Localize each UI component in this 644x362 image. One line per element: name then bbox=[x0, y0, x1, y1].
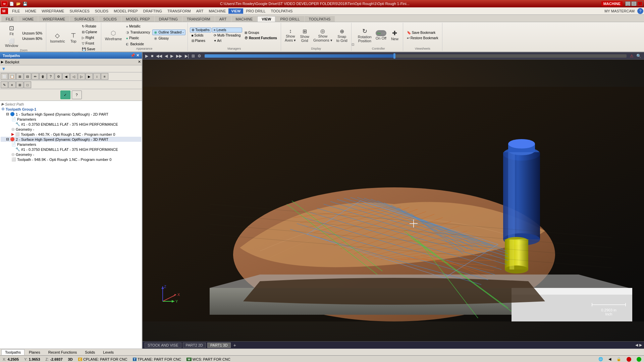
help-btn[interactable]: ? bbox=[72, 90, 82, 99]
metallic-btn[interactable]: ● Metallic bbox=[124, 24, 152, 29]
menu-surfaces[interactable]: SURFACES bbox=[67, 8, 92, 14]
new-btn[interactable]: ✚ New bbox=[389, 28, 401, 42]
show-gnomons-btn[interactable]: ◎ Show Gnomons ▾ bbox=[312, 27, 334, 44]
unzoom50-btn[interactable]: Unzoom 50% bbox=[20, 31, 44, 36]
tp-btn-6[interactable]: 🗑 bbox=[39, 73, 47, 80]
tab-surfaces[interactable]: SURFACES bbox=[70, 16, 98, 22]
toolpaths-mgr-btn[interactable]: ⚙ Toolpaths bbox=[190, 27, 211, 33]
menu-machine[interactable]: MACHINE bbox=[206, 8, 229, 14]
end-btn[interactable]: ▶| bbox=[184, 54, 190, 58]
tp-btn-5[interactable]: ✏ bbox=[32, 73, 39, 80]
tree-item-op2[interactable]: ⊟ 🔴 2 - Surface High Speed (Dynamic OptR… bbox=[1, 137, 141, 142]
tree-item-op1-params[interactable]: 📄 Parameters bbox=[1, 117, 141, 122]
timeline-cursor[interactable] bbox=[393, 53, 395, 59]
panel-close-btn[interactable]: ✕ bbox=[136, 53, 139, 58]
tab-modelprep[interactable]: MODEL PREP bbox=[121, 16, 154, 22]
show-grid-btn[interactable]: ⊞ Show Grid bbox=[298, 27, 311, 44]
menu-art[interactable]: ART bbox=[194, 8, 206, 14]
expand-status[interactable]: ◀ bbox=[608, 357, 611, 361]
fit-btn[interactable]: ⊡ Fit bbox=[3, 23, 20, 37]
world-icon[interactable]: 🌐 bbox=[598, 357, 603, 361]
backside-btn[interactable]: ◐ Backside bbox=[124, 41, 152, 47]
planes-mgr-btn[interactable]: ⊟ Planes bbox=[190, 38, 211, 43]
tab-transform[interactable]: TRANSFORM bbox=[182, 16, 215, 22]
viewport-scroll-left[interactable]: ◀ bbox=[635, 343, 638, 347]
menu-solids[interactable]: SOLIDS bbox=[92, 8, 111, 14]
qa-open[interactable]: 📂 bbox=[15, 2, 21, 6]
tp-btn-15[interactable]: ✎ bbox=[1, 81, 8, 88]
snap-to-grid-btn[interactable]: ⊕ Snap to Grid bbox=[335, 27, 349, 44]
tab-recent-functions[interactable]: Recent Functions bbox=[45, 349, 81, 355]
fastfwd-btn[interactable]: ▶▶ bbox=[175, 54, 183, 58]
menu-modelprep[interactable]: MODEL PREP bbox=[111, 8, 141, 14]
art-mgr-btn[interactable]: ✦ Art bbox=[212, 38, 242, 43]
tp-btn-13[interactable]: ↕ bbox=[93, 73, 101, 80]
stop-btn[interactable]: ■ bbox=[150, 54, 154, 58]
part1-3d-tab[interactable]: PART1 3D bbox=[207, 343, 231, 348]
tree-item-op2-params[interactable]: 📄 Parameters bbox=[1, 142, 141, 147]
menu-wireframe[interactable]: WIREFRAME bbox=[39, 8, 67, 14]
toolpath-tree[interactable]: ▶ Select Path ⚙ Toolpath Group-1 ⊟ 🔵 1 -… bbox=[0, 101, 142, 349]
close-btn[interactable]: ✕ bbox=[637, 1, 643, 6]
tp-btn-18[interactable]: □ bbox=[24, 81, 31, 88]
tp-btn-2[interactable]: 📋 bbox=[8, 73, 16, 80]
tp-btn-1[interactable]: ⬜ bbox=[1, 73, 8, 80]
tree-item-op2-tp[interactable]: ⬜ Toolpath - 948.9K - Opti Rough 1.NC - … bbox=[1, 157, 141, 162]
tp-btn-17[interactable]: ⊞ bbox=[16, 81, 23, 88]
viewport-scroll-right[interactable]: ▶ bbox=[639, 343, 642, 347]
tab-machine[interactable]: MACHINE bbox=[231, 16, 257, 22]
unzoom80-btn[interactable]: Unzoom 80% bbox=[20, 36, 44, 41]
recent-functions-btn[interactable]: ⏱ Recent Functions bbox=[243, 36, 279, 41]
tree-item-op1-geo[interactable]: ◎ Geometry - bbox=[1, 127, 141, 132]
tab-view[interactable]: VIEW bbox=[257, 16, 275, 22]
outline-shaded-btn[interactable]: ◉ Outline Shaded - bbox=[152, 29, 185, 35]
tp-btn-9[interactable]: ◀ bbox=[62, 73, 70, 80]
tree-item-group1[interactable]: ⚙ Toolpath Group-1 bbox=[1, 107, 141, 112]
tab-wireframe[interactable]: WIREFRAME bbox=[38, 16, 69, 22]
save-bookmark-btn[interactable]: 🔖 Save Bookmark bbox=[405, 30, 440, 35]
menu-file[interactable]: FILE bbox=[9, 8, 22, 14]
front-btn[interactable]: ▽ Front bbox=[80, 41, 99, 46]
right-btn[interactable]: ▷ Right bbox=[80, 35, 99, 40]
onoff-btn[interactable]: On Off On Off bbox=[374, 29, 388, 41]
rotate-btn[interactable]: ↻ Rotate bbox=[80, 23, 99, 29]
zoom-icon[interactable]: 🔍 bbox=[636, 54, 642, 58]
solids-mgr-btn[interactable]: ■ Solids bbox=[190, 33, 211, 38]
tab-planes[interactable]: Planes bbox=[25, 349, 44, 355]
tp-btn-3[interactable]: ⊞ bbox=[16, 73, 23, 80]
tree-item-group-header[interactable]: ▶ Select Path bbox=[1, 102, 141, 107]
glossy-btn[interactable]: ◉ Glossy bbox=[152, 36, 185, 41]
menu-view[interactable]: VIEW bbox=[228, 8, 243, 14]
menu-transform[interactable]: TRANSFORM bbox=[165, 8, 194, 14]
tab-toolpaths[interactable]: TOOLPATHS bbox=[305, 16, 335, 22]
translucency-btn[interactable]: ◑ Translucency bbox=[124, 29, 152, 35]
ok-btn[interactable]: ✓ bbox=[60, 90, 70, 99]
tp-btn-14[interactable]: ≡ bbox=[101, 73, 108, 80]
3d-scene[interactable]: X Y Z 0.2903 in Inch bbox=[143, 60, 644, 349]
tree-item-op2-geo[interactable]: ◎ Geometry - bbox=[1, 152, 141, 157]
tab-toolpaths[interactable]: Toolpaths bbox=[1, 349, 24, 355]
viewport[interactable]: ▶ ■ ◀◀ ◀ ▶ ▶▶ ▶| ⊞ ⚙ ⚠ 🔍 bbox=[143, 52, 644, 349]
grid-expand-btn[interactable]: ⊡ bbox=[352, 43, 354, 46]
expand-icon[interactable]: ⚠ bbox=[629, 54, 634, 58]
add-viewport-btn[interactable]: + bbox=[232, 343, 237, 348]
tree-item-op1[interactable]: ⊟ 🔵 1 - Surface High Speed (Dynamic OptR… bbox=[1, 112, 141, 117]
tp-btn-10[interactable]: ◁ bbox=[70, 73, 77, 80]
cplane-btn[interactable]: ⊟ Cplane bbox=[80, 29, 99, 35]
rewind-btn[interactable]: ◀◀ bbox=[155, 54, 163, 58]
back-btn[interactable]: ◀ bbox=[164, 54, 168, 58]
tab-home[interactable]: HOME bbox=[18, 16, 38, 22]
save-view-btn[interactable]: 💾 Save bbox=[80, 46, 99, 52]
top-btn[interactable]: ⊤ Top bbox=[67, 31, 79, 44]
more-btn[interactable]: ⊞ bbox=[191, 54, 196, 58]
tp-btn-4[interactable]: ⊟ bbox=[24, 73, 31, 80]
rotation-position-btn[interactable]: ↻ Rotation Position bbox=[356, 26, 373, 44]
multithreading-btn[interactable]: ⟳ Multi-Threading bbox=[212, 33, 242, 38]
tree-item-op1-tool[interactable]: 🔧 #1 - 0.3750 ENDMILL1 FLAT - 375 HIGH P… bbox=[1, 122, 141, 127]
tree-item-op1-tp[interactable]: ▶ ⬜ Toolpath - 440.7K - Opti Rough 1.NC … bbox=[1, 132, 141, 137]
forward-btn[interactable]: ▶ bbox=[170, 54, 174, 58]
tp-btn-7[interactable]: ? bbox=[47, 73, 54, 80]
part2-2d-tab[interactable]: PART2 2D bbox=[183, 343, 206, 348]
minimize-btn[interactable]: _ bbox=[625, 1, 631, 6]
tab-solids[interactable]: SOLIDS bbox=[99, 16, 121, 22]
